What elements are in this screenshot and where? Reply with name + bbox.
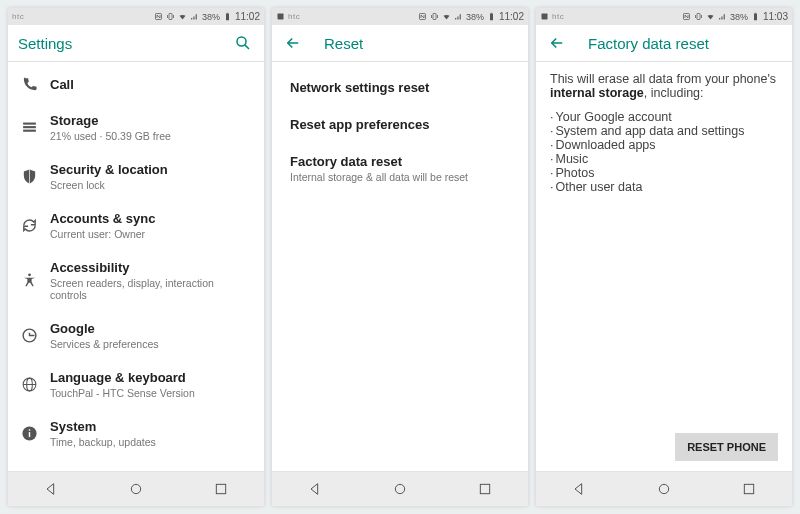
status-time: 11:02: [235, 11, 260, 22]
erase-item: Downloaded apps: [550, 138, 778, 152]
nav-recents-button[interactable]: [470, 474, 500, 504]
reset-item-network[interactable]: Network settings reset: [272, 70, 528, 107]
row-subtitle: Screen readers, display, interaction con…: [50, 277, 252, 301]
row-title: Language & keyboard: [50, 370, 252, 385]
svg-rect-25: [481, 484, 490, 493]
row-title: Google: [50, 321, 252, 336]
shield-icon: [16, 168, 42, 185]
nav-back-button[interactable]: [564, 474, 594, 504]
svg-rect-1: [169, 14, 172, 20]
triangle-back-icon: [43, 481, 59, 497]
reset-list: Network settings reset Reset app prefere…: [272, 62, 528, 471]
row-subtitle: 21% used · 50.39 GB free: [50, 130, 252, 142]
back-button[interactable]: [282, 32, 304, 54]
settings-row-call[interactable]: Call: [8, 66, 264, 103]
row-title: Security & location: [50, 162, 252, 177]
status-bar: htc 38% 11:03: [536, 8, 792, 25]
settings-row-accounts[interactable]: Accounts & syncCurrent user: Owner: [8, 201, 264, 250]
nav-back-button[interactable]: [300, 474, 330, 504]
svg-rect-29: [754, 14, 757, 21]
status-brand: htc: [288, 12, 300, 21]
erase-list: Your Google account System and app data …: [550, 110, 778, 194]
svg-rect-28: [697, 14, 700, 20]
app-bar: Factory data reset: [536, 25, 792, 62]
wifi-icon: [706, 12, 715, 21]
settings-row-accessibility[interactable]: AccessibilityScreen readers, display, in…: [8, 250, 264, 311]
square-recents-icon: [741, 481, 757, 497]
nav-bar: [536, 471, 792, 506]
reset-phone-button[interactable]: RESET PHONE: [675, 433, 778, 461]
back-button[interactable]: [546, 32, 568, 54]
nfc-icon: [682, 12, 691, 21]
row-title: System: [50, 419, 252, 434]
info-icon: [16, 425, 42, 442]
nav-recents-button[interactable]: [734, 474, 764, 504]
nav-bar: [8, 471, 264, 506]
reset-item-factory[interactable]: Factory data reset Internal storage & al…: [272, 144, 528, 195]
triangle-back-icon: [571, 481, 587, 497]
row-title: Accounts & sync: [50, 211, 252, 226]
row-title: Storage: [50, 113, 252, 128]
circle-home-icon: [392, 481, 408, 497]
status-bar: htc 38% 11:02: [8, 8, 264, 25]
svg-rect-26: [542, 14, 548, 20]
page-title: Factory data reset: [588, 35, 782, 52]
row-title: Network settings reset: [290, 80, 514, 95]
status-brand: htc: [12, 12, 24, 21]
app-bar: Settings: [8, 25, 264, 62]
row-title: Factory data reset: [290, 154, 514, 169]
nav-recents-button[interactable]: [206, 474, 236, 504]
nav-bar: [272, 471, 528, 506]
vibrate-icon: [430, 12, 439, 21]
nfc-icon: [418, 12, 427, 21]
search-icon: [234, 34, 252, 52]
nav-home-button[interactable]: [385, 474, 415, 504]
settings-row-storage[interactable]: Storage21% used · 50.39 GB free: [8, 103, 264, 152]
nav-home-button[interactable]: [121, 474, 151, 504]
settings-list: Call Storage21% used · 50.39 GB free Sec…: [8, 62, 264, 471]
svg-rect-19: [278, 14, 284, 20]
storage-icon: [16, 119, 42, 136]
square-recents-icon: [477, 481, 493, 497]
svg-rect-8: [23, 130, 36, 132]
signal-icon: [190, 12, 199, 21]
app-notification-icon: [276, 12, 285, 21]
call-icon: [16, 76, 42, 93]
erase-item: Other user data: [550, 180, 778, 194]
page-title: Reset: [324, 35, 518, 52]
svg-rect-7: [23, 126, 36, 128]
settings-row-google[interactable]: GoogleServices & preferences: [8, 311, 264, 360]
svg-rect-16: [28, 429, 29, 430]
settings-row-system[interactable]: SystemTime, backup, updates: [8, 409, 264, 458]
status-battery: 38%: [466, 12, 484, 22]
status-battery: 38%: [202, 12, 220, 22]
nav-home-button[interactable]: [649, 474, 679, 504]
circle-home-icon: [128, 481, 144, 497]
erase-item: Photos: [550, 166, 778, 180]
wifi-icon: [178, 12, 187, 21]
settings-row-security[interactable]: Security & locationScreen lock: [8, 152, 264, 201]
nav-back-button[interactable]: [36, 474, 66, 504]
nfc-icon: [154, 12, 163, 21]
circle-home-icon: [656, 481, 672, 497]
svg-rect-21: [433, 14, 436, 20]
row-title: Call: [50, 77, 252, 92]
reset-item-app-prefs[interactable]: Reset app preferences: [272, 107, 528, 144]
sync-icon: [16, 217, 42, 234]
signal-icon: [718, 12, 727, 21]
svg-rect-3: [227, 13, 229, 14]
search-button[interactable]: [232, 32, 254, 54]
row-subtitle: Screen lock: [50, 179, 252, 191]
app-notification-icon: [540, 12, 549, 21]
erase-item: Music: [550, 152, 778, 166]
battery-icon: [751, 12, 760, 21]
settings-row-language[interactable]: Language & keyboardTouchPal - HTC Sense …: [8, 360, 264, 409]
svg-point-4: [237, 37, 246, 46]
accessibility-icon: [16, 272, 42, 289]
svg-rect-18: [217, 484, 226, 493]
square-recents-icon: [213, 481, 229, 497]
screen-settings: htc 38% 11:02 Settings Call: [8, 8, 264, 506]
google-icon: [16, 327, 42, 344]
battery-icon: [487, 12, 496, 21]
svg-rect-2: [226, 14, 229, 21]
